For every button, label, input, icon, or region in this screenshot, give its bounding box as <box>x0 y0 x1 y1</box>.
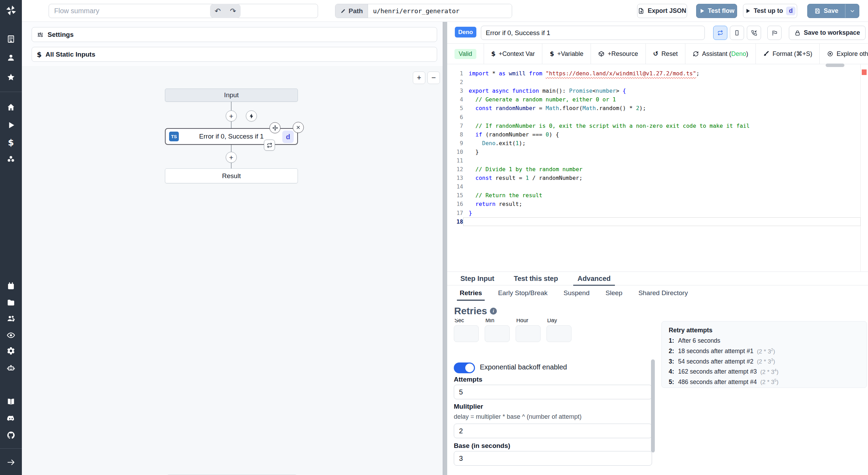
code-line-12[interactable]: 12 // Divide 1 by the random number <box>447 165 868 174</box>
undo-button[interactable]: ↶ <box>212 7 224 15</box>
code-line-18[interactable]: 18 <box>447 217 868 226</box>
code-line-15[interactable]: 15 // Return the result <box>447 191 868 200</box>
export-json-button[interactable]: Export JSON <box>637 4 687 18</box>
code-line-3[interactable]: 3export async function main(): Promise<n… <box>447 86 868 95</box>
toolbar-item--variable[interactable]: $+Variable <box>542 44 591 64</box>
add-step-button[interactable]: + <box>226 110 237 122</box>
retry-indicator-button[interactable] <box>264 140 275 151</box>
subtab-early-stop-break[interactable]: Early Stop/Break <box>496 285 549 301</box>
column-view-button[interactable] <box>730 26 744 40</box>
day-input[interactable] <box>546 325 571 342</box>
target-icon <box>827 51 833 57</box>
arrow-right-icon <box>7 458 15 467</box>
code-line-6[interactable]: 6 <box>447 112 868 121</box>
step-editor-pane: Deno Save to workspace Valid $+Context V… <box>447 22 868 475</box>
code-line-16[interactable]: 16 return result; <box>447 200 868 208</box>
code-line-1[interactable]: 1import * as wmill from "https://deno.la… <box>447 69 868 78</box>
move-step-button[interactable] <box>269 122 281 133</box>
code-line-14[interactable]: 14 <box>447 182 868 191</box>
windmill-logo-icon[interactable] <box>5 5 17 16</box>
code-line-9[interactable]: 9 Deno.exit(1); <box>447 139 868 148</box>
code-line-17[interactable]: 17} <box>447 209 868 217</box>
flow-graph-canvas[interactable]: + − Input + TS Error if 0, Success if 1 … <box>22 66 443 475</box>
sidebar-item-discord[interactable] <box>0 411 22 426</box>
tab-advanced[interactable]: Advanced <box>575 272 613 285</box>
info-icon[interactable]: i <box>490 308 497 315</box>
result-node-label: Result <box>222 172 241 180</box>
sidebar-item-calendar[interactable] <box>0 278 22 293</box>
exponential-backoff-toggle[interactable] <box>454 362 475 373</box>
subtab-retries[interactable]: Retries <box>458 285 483 301</box>
path-input[interactable] <box>368 4 512 18</box>
flow-node-input[interactable]: Input <box>165 89 298 102</box>
subtab-suspend[interactable]: Suspend <box>562 285 591 301</box>
zoom-out-button[interactable]: − <box>427 72 440 84</box>
sidebar-item-user-group[interactable] <box>0 311 22 326</box>
user-icon <box>7 53 15 62</box>
save-to-workspace-button[interactable]: Save to workspace <box>789 26 866 40</box>
phone-incoming-button[interactable] <box>747 26 761 40</box>
toolbar-item--context-var[interactable]: $+Context Var <box>484 44 543 64</box>
toolbar-item-label: +Resource <box>608 50 638 58</box>
sidebar-item-home[interactable] <box>0 99 22 115</box>
sidebar-item-eye[interactable] <box>0 327 22 343</box>
save-dropdown-button[interactable] <box>845 4 859 18</box>
save-button[interactable]: Save <box>808 4 845 18</box>
sidebar-item-github[interactable] <box>0 427 22 443</box>
code-line-7[interactable]: 7 // If randomNumber is 0, exit the scri… <box>447 122 868 130</box>
sidebar-item-star[interactable] <box>0 69 22 85</box>
retry-attempt-row: 3:54 seconds after attempt #2(2 * 33) <box>669 358 860 368</box>
sidebar-item-robot[interactable] <box>0 360 22 375</box>
code-line-13[interactable]: 13 const result = 1 / randomNumber; <box>447 174 868 182</box>
sidebar-item-arrow-right[interactable] <box>0 455 22 470</box>
code-line-2[interactable]: 2 <box>447 78 868 86</box>
sidebar-item-play[interactable] <box>0 117 22 133</box>
add-step-button[interactable]: + <box>226 152 237 163</box>
toolbar-item-deno[interactable]: Assistant (Deno) <box>685 44 756 64</box>
tab-test-this-step[interactable]: Test this step <box>512 272 560 285</box>
code-editor[interactable]: 1import * as wmill from "https://deno.la… <box>447 64 868 272</box>
base-input[interactable] <box>454 451 652 466</box>
toolbar-item-reset[interactable]: ↺Reset <box>646 44 685 64</box>
all-static-inputs-button[interactable]: $ All Static Inputs <box>32 47 437 62</box>
trigger-bolt-button[interactable] <box>246 110 257 122</box>
flag-button[interactable] <box>767 26 782 40</box>
subtab-shared-directory[interactable]: Shared Directory <box>637 285 690 301</box>
code-line-10[interactable]: 10 } <box>447 148 868 156</box>
tab-step-input[interactable]: Step Input <box>458 272 496 285</box>
code-line-11[interactable]: 11 <box>447 156 868 165</box>
delete-step-button[interactable] <box>293 122 304 133</box>
sidebar-item-folder[interactable] <box>0 295 22 310</box>
redo-button[interactable]: ↷ <box>227 7 239 15</box>
flow-settings-button[interactable]: Settings <box>32 27 437 42</box>
toolbar-item-format-s-[interactable]: Format (⌘+S) <box>756 44 820 64</box>
attempts-input[interactable] <box>454 385 652 399</box>
zoom-in-button[interactable]: + <box>413 72 425 84</box>
toolbar-item-explore-other-s[interactable]: Explore other s <box>820 44 868 64</box>
min-input[interactable] <box>485 325 510 342</box>
code-line-5[interactable]: 5 const randomNumber = Math.floor(Math.r… <box>447 104 868 112</box>
step-name-input[interactable] <box>481 26 705 40</box>
line-number: 11 <box>447 157 463 164</box>
test-flow-button[interactable]: Test flow <box>696 4 737 18</box>
sidebar-item-dollar[interactable]: $ <box>0 135 22 150</box>
flow-summary-input[interactable] <box>49 4 318 18</box>
code-line-4[interactable]: 4 // Generate a random number, either 0 … <box>447 95 868 104</box>
editor-scrollbar[interactable] <box>826 64 844 67</box>
multiplier-input[interactable] <box>454 424 652 438</box>
sidebar-item-user[interactable] <box>0 50 22 65</box>
test-up-to-button[interactable]: Test up to d <box>743 4 797 18</box>
subtab-sleep[interactable]: Sleep <box>604 285 624 301</box>
retry-mode-button[interactable] <box>713 26 727 40</box>
code-line-8[interactable]: 8 if (randomNumber === 0) { <box>447 130 868 139</box>
sidebar-item-building[interactable] <box>0 31 22 47</box>
flow-node-result[interactable]: Result <box>165 168 298 183</box>
sidebar-item-book[interactable] <box>0 394 22 409</box>
sec-input[interactable] <box>454 325 479 342</box>
sidebar-item-cubes[interactable] <box>0 151 22 167</box>
retries-scrollbar[interactable] <box>651 359 655 452</box>
hour-input[interactable] <box>516 325 541 342</box>
pane-resize-handle[interactable] <box>443 22 447 475</box>
toolbar-item--resource[interactable]: +Resource <box>591 44 646 64</box>
sidebar-item-gear[interactable] <box>0 343 22 358</box>
